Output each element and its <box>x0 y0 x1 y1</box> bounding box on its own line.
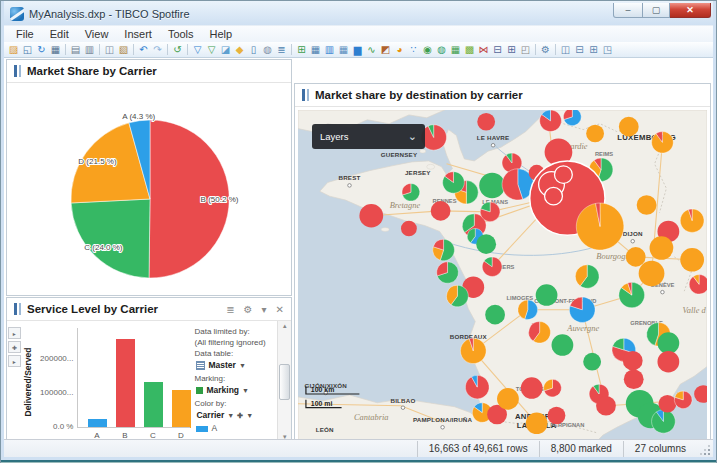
map-pie-marker[interactable] <box>447 285 469 307</box>
map-pie-marker[interactable] <box>465 375 489 399</box>
panel-properties-gear-icon[interactable]: ⚙ <box>244 304 253 315</box>
toolbar-details-on-demand-icon[interactable]: ▯ <box>247 43 260 56</box>
map-pie-marker[interactable] <box>443 172 465 194</box>
toolbar-undo-all-icon[interactable]: ↺ <box>171 43 184 56</box>
map-pie-marker[interactable] <box>569 297 595 322</box>
menu-item-help[interactable]: Help <box>202 26 241 42</box>
toolbar-heat-map-icon[interactable]: ▩ <box>463 43 476 56</box>
map-pie-marker[interactable] <box>680 209 704 233</box>
map-pie-marker[interactable] <box>576 203 624 250</box>
map-pie-marker[interactable] <box>437 262 459 284</box>
color-legend-item-A[interactable]: A <box>196 423 275 434</box>
toolbar-maximize-visualization-icon[interactable]: ◳ <box>601 43 614 56</box>
map-pie-marker[interactable] <box>536 284 558 306</box>
map-pie-marker[interactable] <box>518 300 538 320</box>
toolbar-tile-grid-icon[interactable]: ⊞ <box>587 43 600 56</box>
map-pie-marker[interactable] <box>477 113 495 131</box>
map-pie-marker[interactable] <box>402 183 420 201</box>
panel-close-icon[interactable]: ✕ <box>276 304 284 315</box>
map-pie-marker[interactable] <box>637 195 657 215</box>
toolbar-undo-icon[interactable]: ↶ <box>137 43 150 56</box>
scrollbar-thumb[interactable] <box>279 364 290 400</box>
toolbar-document-properties-icon[interactable]: ⚙ <box>539 43 552 56</box>
menu-item-tools[interactable]: Tools <box>160 26 202 42</box>
toolbar-text-area-icon[interactable]: ◰ <box>519 43 532 56</box>
toolbar-copy-icon[interactable]: ◫ <box>103 43 116 56</box>
title-bar[interactable]: MyAnalysis.dxp - TIBCO Spotfire – ▢ ✕ <box>4 1 713 25</box>
map-pie-marker[interactable] <box>401 221 417 237</box>
map-pie-marker[interactable] <box>563 110 581 126</box>
y-axis-zoom-slider[interactable]: ▸ ✚ ▸ <box>7 321 22 439</box>
map-pie-marker[interactable] <box>624 369 644 389</box>
close-button[interactable]: ✕ <box>670 3 711 18</box>
map-panel-header[interactable]: Market share by destination by carrier <box>295 84 710 107</box>
map-pie-marker[interactable] <box>652 132 674 154</box>
toolbar-lists-icon[interactable]: ≣ <box>275 43 288 56</box>
toolbar-open-from-library-icon[interactable]: ◱ <box>21 43 34 56</box>
map-pie-marker[interactable] <box>485 305 505 325</box>
toolbar-3d-scatter-plot-icon[interactable]: ◉ <box>421 43 434 56</box>
map-pie-marker[interactable] <box>482 257 502 277</box>
map-pie-marker[interactable] <box>529 322 551 344</box>
scroll-down-icon[interactable]: ▾ <box>283 433 287 439</box>
france-map[interactable]: GUERNSEYJERSEYLE HAVREBRESTLUXEMBOURGDIJ… <box>298 110 707 439</box>
scroll-up-icon[interactable]: ▴ <box>283 322 287 330</box>
pie-slice-C[interactable] <box>71 199 150 278</box>
bar-A[interactable] <box>88 419 107 428</box>
toolbar-tile-horizontal-icon[interactable]: ◫ <box>559 43 572 56</box>
map-pie-marker[interactable] <box>619 117 639 137</box>
toolbar-open-icon[interactable]: ▨ <box>7 43 20 56</box>
map-chart-area[interactable]: GUERNSEYJERSEYLE HAVREBRESTLUXEMBOURGDIJ… <box>295 107 710 439</box>
toolbar-bar-chart-icon[interactable]: ▆ <box>351 43 364 56</box>
map-pie-marker[interactable] <box>433 239 455 261</box>
marking-selector[interactable]: Marking ▼ <box>196 385 275 396</box>
pie-chart-area[interactable]: B (50.2 %)C (24.0 %)D (21.5 %)A (4.3 %) <box>7 83 291 295</box>
toolbar-redo-icon[interactable]: ↷ <box>151 43 164 56</box>
toolbar-collaboration-icon[interactable]: ◍ <box>261 43 274 56</box>
menu-item-view[interactable]: View <box>77 26 117 42</box>
map-pie-marker[interactable] <box>596 396 616 416</box>
toolbar-print-icon[interactable]: ▤ <box>69 43 82 56</box>
menu-item-file[interactable]: File <box>8 26 42 42</box>
toolbar-cross-table-icon[interactable]: ▦ <box>337 43 350 56</box>
pie-panel-header[interactable]: Market Share by Carrier <box>7 60 291 83</box>
toolbar-line-chart-icon[interactable]: ∿ <box>365 43 378 56</box>
toolbar-graphical-table-icon[interactable]: ▥ <box>323 43 336 56</box>
map-pie-marker[interactable] <box>674 391 692 409</box>
map-pie-marker[interactable] <box>639 261 665 286</box>
toolbar-tile-vertical-icon[interactable]: ⊟ <box>573 43 586 56</box>
panel-collapse-chevron-icon[interactable]: ▾ <box>262 304 267 315</box>
toolbar-filters-icon[interactable]: ▽ <box>191 43 204 56</box>
toolbar-save-icon[interactable]: ▦ <box>49 43 62 56</box>
data-table-selector[interactable]: Master ▼ <box>196 360 275 371</box>
market-share-pie-chart[interactable]: B (50.2 %)C (24.0 %)D (21.5 %)A (4.3 %) <box>7 83 291 295</box>
properties-scrollbar[interactable]: ▴ ▾ <box>277 321 291 439</box>
bar-chart-plot[interactable] <box>77 328 190 428</box>
map-pie-marker[interactable] <box>652 410 676 434</box>
bar-D[interactable] <box>172 390 191 429</box>
layers-dropdown[interactable]: Layers ⌄ <box>312 124 425 149</box>
minimize-button[interactable]: – <box>613 3 643 18</box>
map-pie-marker[interactable] <box>650 236 674 260</box>
map-pie-marker[interactable] <box>575 265 599 289</box>
toolbar-refresh-data-icon[interactable]: ↻ <box>35 43 48 56</box>
toolbar-filter-schemes-icon[interactable]: ▽ <box>205 43 218 56</box>
map-pie-marker[interactable] <box>521 377 543 399</box>
map-pie-marker[interactable] <box>657 351 679 373</box>
plus-icon[interactable]: ✚ <box>237 410 243 421</box>
map-pie-marker[interactable] <box>623 351 643 371</box>
toolbar-box-plot-icon[interactable]: ⊟ <box>491 43 504 56</box>
map-pie-marker[interactable] <box>476 234 496 254</box>
toolbar-new-table-icon[interactable]: ▦ <box>309 43 322 56</box>
bar-panel-header[interactable]: Service Level by Carrier ≣⚙▾✕ <box>7 298 291 321</box>
resize-grip[interactable] <box>699 444 711 456</box>
toolbar-pie-chart-icon[interactable]: ◕ <box>393 43 406 56</box>
map-pie-marker[interactable] <box>626 247 646 267</box>
maximize-button[interactable]: ▢ <box>643 3 670 18</box>
map-pie-marker[interactable] <box>359 204 383 228</box>
map-pie-marker[interactable] <box>658 395 676 413</box>
toolbar-tags-icon[interactable]: ◪ <box>219 43 232 56</box>
bar-C[interactable] <box>144 382 163 428</box>
map-pie-marker[interactable] <box>680 248 704 272</box>
toolbar-export-icon[interactable]: ▥ <box>83 43 96 56</box>
